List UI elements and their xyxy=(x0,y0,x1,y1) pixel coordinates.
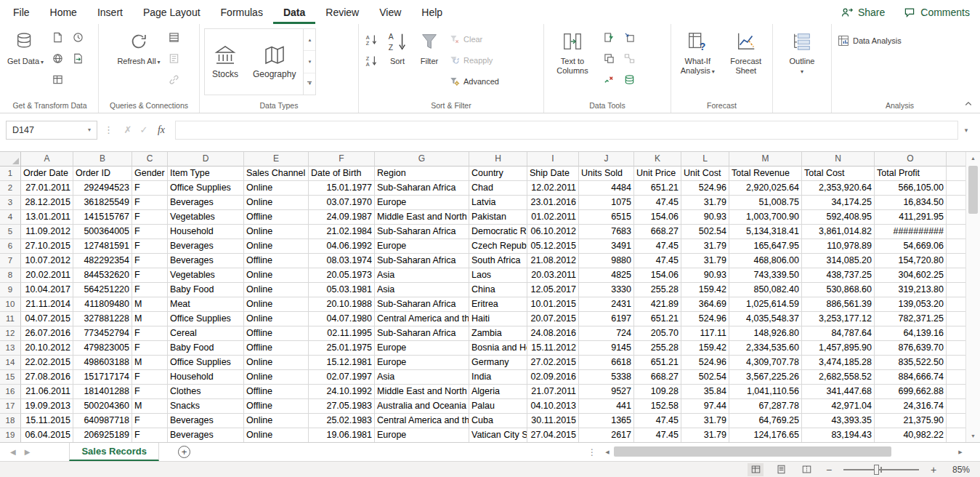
cell-H12[interactable]: Zambia xyxy=(469,326,527,341)
what-if-analysis-button[interactable]: ? What-If Analysis▾ xyxy=(673,25,722,76)
cell-A5[interactable]: 11.09.2012 xyxy=(21,225,73,239)
cell-I10[interactable]: 10.01.2015 xyxy=(527,297,579,312)
queries-connections-button[interactable] xyxy=(166,29,183,45)
cell-C19[interactable]: F xyxy=(132,428,168,442)
cell-G1[interactable]: Region xyxy=(375,167,469,181)
cell-A16[interactable]: 21.06.2011 xyxy=(21,385,73,399)
cell-F12[interactable]: 02.11.1995 xyxy=(309,326,375,341)
cell-N18[interactable]: 43,393.35 xyxy=(802,414,875,428)
geography-button[interactable]: Geography xyxy=(246,29,303,95)
cell-A19[interactable]: 06.04.2015 xyxy=(21,428,73,442)
cell-B3[interactable]: 361825549 xyxy=(73,196,132,210)
cell-C12[interactable]: F xyxy=(132,326,168,341)
zoom-out-button[interactable]: − xyxy=(824,464,834,476)
refresh-all-button[interactable]: Refresh All▾ xyxy=(113,25,163,67)
cell-D18[interactable]: Beverages xyxy=(168,414,244,428)
cell-N14[interactable]: 3,474,185.28 xyxy=(802,356,875,370)
cell-A9[interactable]: 10.04.2017 xyxy=(21,283,73,297)
cell-M14[interactable]: 4,309,707.78 xyxy=(729,356,802,370)
cell-H15[interactable]: India xyxy=(469,370,527,385)
cell-L5[interactable]: 502.54 xyxy=(681,225,729,239)
cell-K5[interactable]: 668.27 xyxy=(634,225,681,239)
cell-J13[interactable]: 9145 xyxy=(579,341,634,356)
cell-K12[interactable]: 205.70 xyxy=(634,326,681,341)
cell-E18[interactable]: Online xyxy=(244,414,309,428)
cell-L12[interactable]: 117.11 xyxy=(681,326,729,341)
cell-E10[interactable]: Online xyxy=(244,297,309,312)
cell-M10[interactable]: 1,025,614.59 xyxy=(729,297,802,312)
cell-E15[interactable]: Online xyxy=(244,370,309,385)
cell-A14[interactable]: 22.02.2015 xyxy=(21,356,73,370)
cell-G5[interactable]: Sub-Saharan Africa xyxy=(375,225,469,239)
flash-fill-button[interactable] xyxy=(600,29,617,45)
row-header-17[interactable]: 17 xyxy=(0,399,21,414)
cell-D4[interactable]: Vegetables xyxy=(168,210,244,225)
cell-L2[interactable]: 524.96 xyxy=(681,181,729,196)
cell-G11[interactable]: Central America and the Caribbean xyxy=(375,312,469,326)
share-button[interactable]: Share xyxy=(841,7,885,18)
cell-F18[interactable]: 25.02.1983 xyxy=(309,414,375,428)
outline-button[interactable]: Outline ▾ xyxy=(786,25,819,76)
cell-E3[interactable]: Online xyxy=(244,196,309,210)
cell-A7[interactable]: 10.07.2012 xyxy=(21,254,73,268)
cell-D8[interactable]: Vegetables xyxy=(168,268,244,283)
cell-K16[interactable]: 109.28 xyxy=(634,385,681,399)
cell-L7[interactable]: 31.79 xyxy=(681,254,729,268)
cell-M6[interactable]: 165,647.95 xyxy=(729,239,802,254)
cell-J14[interactable]: 6618 xyxy=(579,356,634,370)
scroll-left-icon[interactable]: ◀ xyxy=(602,449,612,455)
cell-A15[interactable]: 27.08.2016 xyxy=(21,370,73,385)
recent-sources-button[interactable] xyxy=(69,29,86,45)
cell-H9[interactable]: China xyxy=(469,283,527,297)
cell-F10[interactable]: 20.10.1988 xyxy=(309,297,375,312)
cell-N10[interactable]: 886,561.39 xyxy=(802,297,875,312)
row-header-5[interactable]: 5 xyxy=(0,225,21,239)
cell-D3[interactable]: Beverages xyxy=(168,196,244,210)
cell-F9[interactable]: 05.03.1981 xyxy=(309,283,375,297)
cell-B13[interactable]: 479823005 xyxy=(73,341,132,356)
data-validation-button[interactable] xyxy=(600,71,617,87)
cell-K8[interactable]: 154.06 xyxy=(634,268,681,283)
cell-H4[interactable]: Pakistan xyxy=(469,210,527,225)
column-header-J[interactable]: J xyxy=(579,152,634,167)
cell-N12[interactable]: 84,787.64 xyxy=(802,326,875,341)
cell-M15[interactable]: 3,567,225.26 xyxy=(729,370,802,385)
cell-N15[interactable]: 2,682,558.52 xyxy=(802,370,875,385)
cell-G17[interactable]: Australia and Oceania xyxy=(375,399,469,414)
row-header-2[interactable]: 2 xyxy=(0,181,21,196)
cell-I19[interactable]: 27.04.2015 xyxy=(527,428,579,442)
zoom-slider[interactable] xyxy=(843,465,919,475)
cell-H14[interactable]: Germany xyxy=(469,356,527,370)
ribbon-tab-page-layout[interactable]: Page Layout xyxy=(133,0,211,24)
cell-C4[interactable]: F xyxy=(132,210,168,225)
cell-L13[interactable]: 159.42 xyxy=(681,341,729,356)
column-header-F[interactable]: F xyxy=(309,152,375,167)
cell-B11[interactable]: 327881228 xyxy=(73,312,132,326)
cell-M16[interactable]: 1,041,110.56 xyxy=(729,385,802,399)
page-break-preview-button[interactable] xyxy=(798,463,814,476)
cell-E2[interactable]: Online xyxy=(244,181,309,196)
cell-B19[interactable]: 206925189 xyxy=(73,428,132,442)
row-header-10[interactable]: 10 xyxy=(0,297,21,312)
cell-G4[interactable]: Middle East and North Africa xyxy=(375,210,469,225)
name-box[interactable]: D147 ▾ xyxy=(6,121,97,140)
column-header-G[interactable]: G xyxy=(375,152,469,167)
forecast-sheet-button[interactable]: Forecast Sheet xyxy=(722,25,771,76)
cell-G10[interactable]: Sub-Saharan Africa xyxy=(375,297,469,312)
cell-L18[interactable]: 31.79 xyxy=(681,414,729,428)
cell-L9[interactable]: 159.42 xyxy=(681,283,729,297)
cell-E6[interactable]: Online xyxy=(244,239,309,254)
cell-B12[interactable]: 773452794 xyxy=(73,326,132,341)
row-header-16[interactable]: 16 xyxy=(0,385,21,399)
cell-D9[interactable]: Baby Food xyxy=(168,283,244,297)
cell-L17[interactable]: 97.44 xyxy=(681,399,729,414)
cell-N16[interactable]: 341,447.68 xyxy=(802,385,875,399)
cell-M2[interactable]: 2,920,025.64 xyxy=(729,181,802,196)
cell-C18[interactable]: F xyxy=(132,414,168,428)
sheet-nav-prev-icon[interactable]: ◀ xyxy=(6,448,20,456)
cell-D10[interactable]: Meat xyxy=(168,297,244,312)
cell-C17[interactable]: M xyxy=(132,399,168,414)
cell-K10[interactable]: 421.89 xyxy=(634,297,681,312)
cell-O13[interactable]: 876,639.70 xyxy=(875,341,947,356)
cell-D1[interactable]: Item Type xyxy=(168,167,244,181)
